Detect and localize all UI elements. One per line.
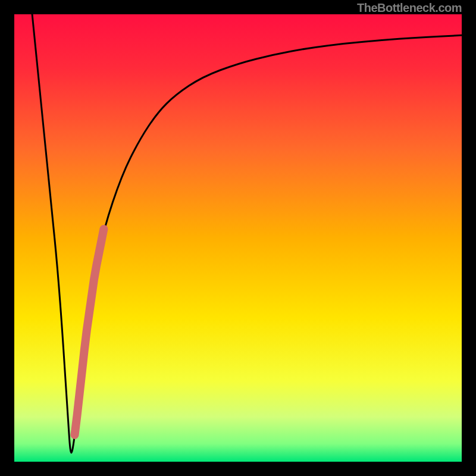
plot-area — [14, 14, 462, 462]
curve-layer — [14, 14, 462, 462]
watermark-label: TheBottleneck.com — [357, 1, 462, 15]
bottleneck-curve — [32, 14, 462, 453]
chart-frame: TheBottleneck.com — [0, 0, 476, 476]
highlighted-range — [75, 229, 104, 435]
